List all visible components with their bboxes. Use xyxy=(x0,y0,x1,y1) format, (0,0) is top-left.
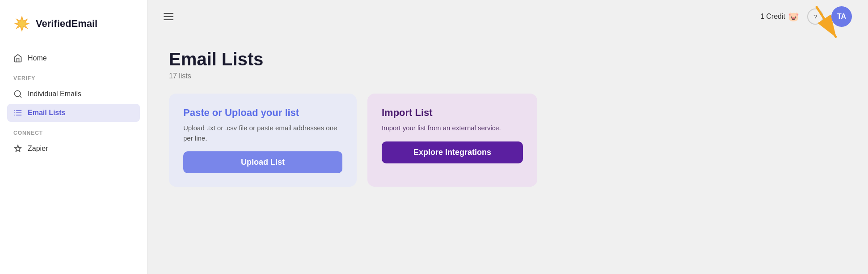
verify-section-label: VERIFY xyxy=(7,68,140,84)
search-magnify-icon xyxy=(13,90,22,98)
import-card-title: Import List xyxy=(382,107,523,119)
sidebar-item-home-label: Home xyxy=(28,54,47,62)
sidebar-item-zapier-label: Zapier xyxy=(28,145,48,153)
page-content: Email Lists 17 lists Paste or Upload you… xyxy=(147,33,868,274)
page-subtitle: 17 lists xyxy=(169,72,847,80)
sidebar-item-zapier[interactable]: Zapier xyxy=(7,140,140,158)
sidebar: VerifiedEmail Home VERIFY Individual Ema… xyxy=(0,0,147,274)
credit-badge: 1 Credit 🐷 xyxy=(760,11,799,22)
hamburger-button[interactable] xyxy=(164,13,173,20)
upload-card-description: Upload .txt or .csv file or paste email … xyxy=(183,123,342,143)
list-icon xyxy=(13,108,22,117)
home-icon xyxy=(13,54,22,63)
logo-area: VerifiedEmail xyxy=(0,0,147,46)
connect-section-label: CONNECT xyxy=(7,123,140,139)
svg-line-3 xyxy=(20,96,21,98)
sidebar-item-individual-emails-label: Individual Emails xyxy=(28,90,81,98)
sidebar-item-individual-emails[interactable]: Individual Emails xyxy=(7,85,140,103)
sidebar-item-email-lists[interactable]: Email Lists xyxy=(7,104,140,122)
topbar-left xyxy=(164,13,173,20)
coin-icon: 🐷 xyxy=(788,11,799,22)
sidebar-item-home[interactable]: Home xyxy=(7,49,140,67)
zapier-icon xyxy=(13,144,22,153)
upload-list-button[interactable]: Upload List xyxy=(183,151,342,173)
topbar-right: 1 Credit 🐷 ? TA xyxy=(760,6,852,27)
user-avatar-button[interactable]: TA xyxy=(831,6,852,27)
help-button[interactable]: ? xyxy=(807,9,823,25)
import-card: Import List Import your list from an ext… xyxy=(367,94,537,187)
topbar: 1 Credit 🐷 ? TA xyxy=(147,0,868,33)
import-card-description: Import your list from an external servic… xyxy=(382,123,523,133)
sidebar-nav: Home VERIFY Individual Emails Email List… xyxy=(0,46,147,161)
credit-label: 1 Credit xyxy=(760,13,785,21)
sidebar-item-email-lists-label: Email Lists xyxy=(28,109,65,117)
avatar-initials: TA xyxy=(837,13,846,21)
logo-icon xyxy=(13,14,31,33)
logo-text: VerifiedEmail xyxy=(36,18,97,30)
main-area: 1 Credit 🐷 ? TA xyxy=(147,0,868,274)
explore-integrations-button[interactable]: Explore Integrations xyxy=(382,141,523,163)
cards-row: Paste or Upload your list Upload .txt or… xyxy=(169,94,847,187)
page-title: Email Lists xyxy=(169,49,847,69)
upload-card: Paste or Upload your list Upload .txt or… xyxy=(169,94,357,187)
avatar-wrapper: TA xyxy=(831,6,852,27)
upload-card-title: Paste or Upload your list xyxy=(183,107,342,119)
help-icon: ? xyxy=(813,13,817,21)
